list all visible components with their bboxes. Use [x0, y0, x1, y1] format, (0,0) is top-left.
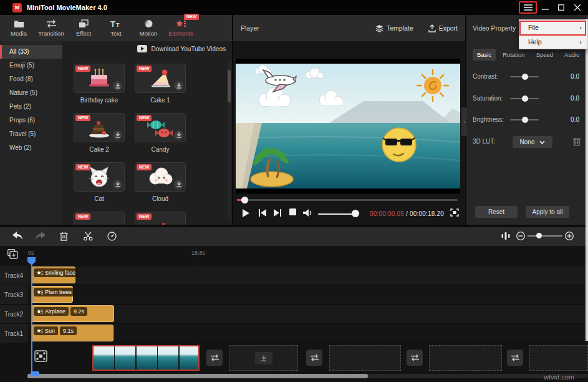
element-item[interactable]: NEWCloud — [135, 162, 186, 204]
empty-clip-slot[interactable] — [529, 345, 588, 371]
download-button[interactable] — [174, 130, 183, 140]
reset-button[interactable]: Reset — [475, 206, 518, 218]
video-preview[interactable] — [236, 59, 460, 193]
template-button[interactable]: Template — [375, 24, 413, 32]
property-tab-audio[interactable]: Audio — [560, 49, 584, 61]
element-card[interactable]: NEW — [74, 162, 125, 192]
download-button[interactable] — [113, 130, 122, 140]
volume-slider[interactable] — [318, 213, 355, 215]
slider-track[interactable] — [510, 76, 539, 77]
horizontal-scroll-thumb[interactable] — [27, 374, 368, 378]
export-button[interactable]: Export — [428, 24, 458, 32]
volume-button[interactable] — [303, 208, 313, 217]
element-card[interactable]: NEW — [135, 212, 186, 225]
sidebar-item-props[interactable]: Props (6) — [0, 114, 62, 127]
sidebar-item-food[interactable]: Food (8) — [0, 72, 62, 86]
element-card[interactable]: NEW — [135, 64, 186, 93]
sidebar-item-web[interactable]: Web (2) — [0, 141, 62, 155]
lut-delete-button[interactable] — [573, 137, 581, 146]
tab-motion[interactable]: Motion — [132, 16, 165, 41]
element-card[interactable]: NEW — [74, 212, 125, 225]
lut-dropdown[interactable]: None — [513, 136, 552, 148]
slider-track[interactable] — [510, 119, 539, 120]
tab-text[interactable]: TTText — [100, 16, 132, 41]
redo-button[interactable] — [36, 232, 46, 240]
seek-bar[interactable] — [237, 199, 458, 201]
element-item[interactable]: NEWCake 2 — [74, 113, 125, 155]
transition-button[interactable] — [206, 350, 223, 366]
element-card[interactable]: NEW — [135, 162, 186, 192]
empty-clip-slot[interactable] — [429, 345, 502, 371]
fit-timeline-button[interactable] — [501, 232, 510, 240]
undo-button[interactable] — [12, 232, 22, 240]
sidebar-item-all[interactable]: All (33) — [0, 45, 62, 59]
horizontal-scrollbar[interactable] — [27, 374, 588, 378]
tab-elements[interactable]: ElementsNEW — [165, 16, 197, 41]
slider-handle[interactable] — [522, 117, 528, 123]
zoom-out-button[interactable] — [516, 232, 525, 240]
speed-button[interactable] — [107, 232, 117, 241]
timeline-zoom-handle[interactable] — [536, 233, 542, 238]
sidebar-item-nature[interactable]: Nature (5) — [0, 86, 62, 100]
split-button[interactable] — [84, 232, 93, 241]
minimize-button[interactable] — [537, 1, 553, 14]
download-button[interactable] — [113, 81, 122, 91]
tab-media[interactable]: Media — [2, 16, 35, 41]
slider-track[interactable] — [510, 98, 539, 99]
seek-handle[interactable] — [241, 197, 248, 203]
transition-button[interactable] — [507, 350, 523, 366]
tab-transition[interactable]: Transition — [35, 16, 67, 41]
playhead-handle[interactable] — [27, 257, 36, 265]
menu-item-file[interactable]: File› — [519, 20, 587, 34]
element-card[interactable]: NEW — [74, 113, 125, 142]
volume-handle[interactable] — [352, 210, 359, 217]
hamburger-menu-button[interactable] — [519, 1, 537, 14]
library-scrollbar[interactable] — [228, 60, 231, 220]
transition-button[interactable] — [306, 350, 322, 366]
sidebar-item-pets[interactable]: Pets (2) — [0, 100, 62, 114]
tab-effect[interactable]: Effect — [67, 16, 100, 41]
close-button[interactable] — [569, 1, 586, 14]
element-item[interactable]: NEWCat — [74, 162, 125, 204]
apply-to-all-button[interactable]: Apply to all — [526, 206, 569, 218]
element-clip[interactable]: Sun9.1s — [31, 325, 113, 341]
element-item[interactable]: NEWCake 1 — [135, 64, 186, 105]
panel-collapse-handle[interactable]: › — [461, 107, 467, 136]
empty-clip-slot[interactable] — [329, 345, 401, 371]
transition-button[interactable] — [407, 350, 423, 366]
download-button[interactable] — [174, 180, 183, 189]
element-clip[interactable]: Smiling face — [31, 267, 75, 283]
delete-button[interactable] — [60, 232, 68, 241]
timeline-zoom-slider[interactable] — [528, 235, 562, 237]
play-button[interactable] — [242, 208, 250, 218]
element-clip[interactable]: Airplane9.2s — [31, 305, 114, 322]
prev-frame-button[interactable] — [258, 208, 267, 217]
element-clip[interactable]: Plam trees — [31, 286, 73, 303]
element-item[interactable]: NEW — [135, 212, 186, 225]
stop-button[interactable] — [289, 208, 296, 215]
zoom-in-button[interactable] — [565, 232, 574, 240]
video-clip-thumbnails[interactable] — [92, 345, 200, 371]
download-button[interactable] — [174, 81, 183, 91]
empty-clip-slot[interactable] — [229, 345, 298, 371]
slot-download-button[interactable] — [255, 352, 272, 365]
playhead-bottom-tab[interactable] — [31, 371, 39, 376]
download-youtube-link[interactable]: Download YouTube Videos — [137, 45, 226, 52]
menu-item-help[interactable]: Help› — [519, 34, 587, 49]
slider-handle[interactable] — [522, 74, 528, 80]
element-item[interactable]: NEWCandy — [135, 113, 186, 155]
next-frame-button[interactable] — [273, 208, 282, 217]
fullscreen-button[interactable] — [450, 208, 459, 217]
element-item[interactable]: NEWBirthday cake — [74, 64, 125, 105]
property-tab-basic[interactable]: Basic — [473, 49, 496, 61]
slider-handle[interactable] — [522, 96, 528, 102]
property-tab-rotation[interactable]: Rotation — [498, 49, 529, 61]
manage-tracks-button[interactable] — [7, 249, 18, 259]
property-tab-speed[interactable]: Speed — [532, 49, 557, 61]
sidebar-item-travel[interactable]: Travel (5) — [0, 127, 62, 141]
element-card[interactable]: NEW — [74, 64, 125, 93]
sidebar-item-emoji[interactable]: Emoji (5) — [0, 59, 62, 72]
download-button[interactable] — [113, 180, 122, 189]
maximize-button[interactable] — [553, 1, 569, 14]
element-card[interactable]: NEW — [135, 113, 186, 142]
